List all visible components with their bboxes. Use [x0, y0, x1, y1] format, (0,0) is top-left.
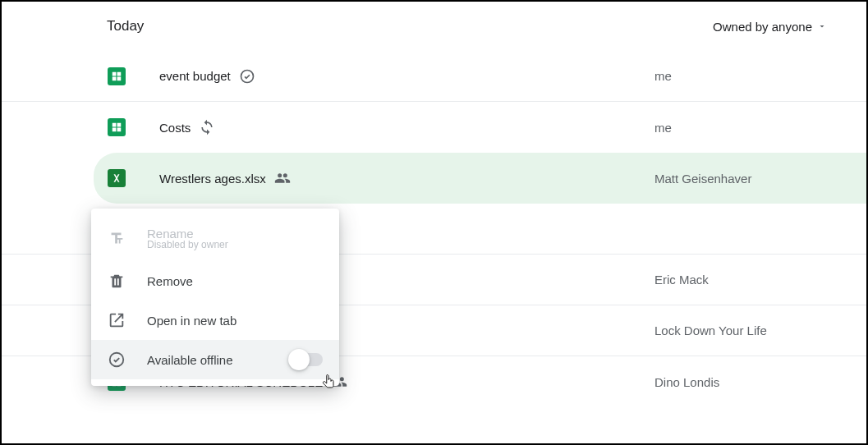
shared-icon — [274, 170, 291, 186]
file-name: Costs — [159, 119, 215, 135]
file-owner: Dino Londis — [654, 375, 827, 389]
menu-label: Remove — [147, 274, 323, 288]
sheets-icon — [107, 67, 126, 86]
menu-label: Open in new tab — [147, 314, 323, 328]
offline-toggle[interactable] — [290, 353, 323, 366]
context-menu: Rename Disabled by owner Remove Open in … — [91, 209, 339, 386]
caret-down-icon — [817, 21, 827, 31]
offline-icon — [108, 351, 126, 369]
file-owner: Matt Geisenhaver — [654, 172, 827, 186]
toggle-thumb — [288, 349, 310, 370]
sync-icon — [199, 119, 215, 135]
cursor-pointer-icon — [321, 374, 336, 392]
file-owner: me — [654, 69, 827, 83]
menu-rename: Rename Disabled by owner — [91, 215, 339, 261]
file-name: Wrestlers ages.xlsx — [159, 170, 291, 186]
section-title: Today — [107, 18, 144, 34]
excel-icon — [107, 168, 126, 188]
file-owner: Lock Down Your Life — [654, 323, 827, 337]
sheets-icon — [107, 117, 126, 137]
file-row[interactable]: event budget me — [2, 51, 866, 102]
menu-remove[interactable]: Remove — [91, 261, 339, 300]
owned-by-dropdown[interactable]: Owned by anyone — [713, 20, 827, 34]
file-name: event budget — [159, 68, 255, 85]
owned-by-label: Owned by anyone — [713, 20, 812, 34]
menu-open-new-tab[interactable]: Open in new tab — [91, 300, 339, 340]
offline-ready-icon — [239, 68, 255, 85]
menu-sublabel: Disabled by owner — [147, 239, 323, 250]
file-row[interactable]: Costs me — [2, 102, 866, 153]
menu-label: Rename Disabled by owner — [147, 227, 323, 250]
text-icon — [108, 229, 126, 247]
file-row-selected[interactable]: Wrestlers ages.xlsx Matt Geisenhaver — [94, 153, 866, 204]
menu-label: Available offline — [147, 353, 269, 367]
file-owner: Eric Mack — [654, 273, 827, 287]
menu-available-offline[interactable]: Available offline — [91, 340, 339, 379]
trash-icon — [108, 272, 126, 290]
file-owner: me — [654, 121, 827, 135]
open-external-icon — [108, 311, 126, 329]
